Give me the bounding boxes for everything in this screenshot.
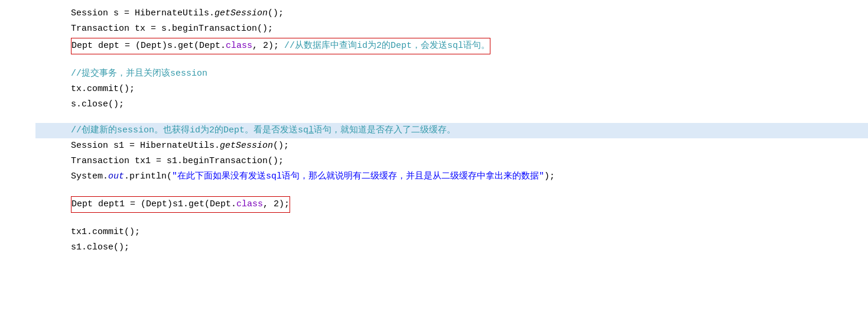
- code-line-11-wrapper: Dept dept1 = (Dept)s1.get(Dept.class, 2)…: [35, 196, 868, 213]
- code-line-2: Transaction tx = s.beginTransaction();: [35, 21, 868, 37]
- code-out: out: [108, 170, 124, 184]
- code-text: s.close();: [71, 98, 124, 112]
- blank-line-2: [35, 112, 868, 123]
- italic-getSession: getSession: [214, 8, 268, 18]
- string-text: "在此下面如果没有发送sql语句，那么就说明有二级缓存，并且是从二级缓存中拿出来…: [172, 170, 544, 184]
- comment-text: //创建新的session。也获得id为2的Dept。看是否发送sql语句，就知…: [71, 125, 456, 135]
- code-line-6: s.close();: [35, 97, 868, 112]
- code-text: Dept dept1 = (Dept)s1.get(Dept.: [71, 199, 236, 209]
- code-text: System.: [71, 170, 108, 184]
- code-line-3-wrapper: Dept dept = (Dept)s.get(Dept.class, 2); …: [35, 38, 868, 54]
- italic-getSession2: getSession: [220, 141, 273, 151]
- code-line-12: tx1.commit();: [35, 225, 868, 240]
- code-container: Session s = HibernateUtils.getSession();…: [0, 0, 868, 261]
- code-text: Session s = HibernateUtils.getSession();: [71, 7, 284, 21]
- code-text: Dept dept = (Dept)s.get(Dept.: [71, 41, 226, 51]
- boxed-line-3: Dept dept = (Dept)s.get(Dept.class, 2); …: [71, 38, 490, 54]
- blank-line-3: [35, 184, 868, 195]
- code-text: tx.commit();: [71, 82, 135, 96]
- keyword-class: class: [226, 41, 252, 51]
- code-line-4: //提交事务，并且关闭该session: [35, 66, 868, 82]
- comment-text: //从数据库中查询id为2的Dept，会发送sql语句。: [284, 41, 490, 51]
- code-line-10: System.out.println("在此下面如果没有发送sql语句，那么就说…: [35, 169, 868, 184]
- code-text: Transaction tx = s.beginTransaction();: [71, 22, 273, 36]
- code-line-7-highlighted: //创建新的session。也获得id为2的Dept。看是否发送sql语句，就知…: [35, 123, 868, 138]
- code-text: Transaction tx1 = s1.beginTransaction();: [71, 154, 284, 168]
- code-line-8: Session s1 = HibernateUtils.getSession()…: [35, 138, 868, 154]
- code-text: tx1.commit();: [71, 225, 140, 239]
- code-line-5: tx.commit();: [35, 82, 868, 97]
- code-text: , 2);: [252, 41, 284, 51]
- blank-line-1: [35, 56, 868, 66]
- code-text: , 2);: [263, 199, 290, 209]
- code-text: Session s1 = HibernateUtils.getSession()…: [71, 139, 289, 153]
- boxed-line-11: Dept dept1 = (Dept)s1.get(Dept.class, 2)…: [71, 196, 290, 213]
- comment-text: //提交事务，并且关闭该session: [71, 67, 207, 81]
- keyword-class2: class: [236, 199, 263, 209]
- code-line-9: Transaction tx1 = s1.beginTransaction();: [35, 154, 868, 169]
- blank-line-4: [35, 214, 868, 225]
- code-line-1: Session s = HibernateUtils.getSession();: [35, 6, 868, 21]
- code-text: );: [544, 170, 555, 184]
- code-line-13: s1.close();: [35, 240, 868, 255]
- code-text: s1.close();: [71, 241, 129, 255]
- code-text: .println(: [124, 170, 172, 184]
